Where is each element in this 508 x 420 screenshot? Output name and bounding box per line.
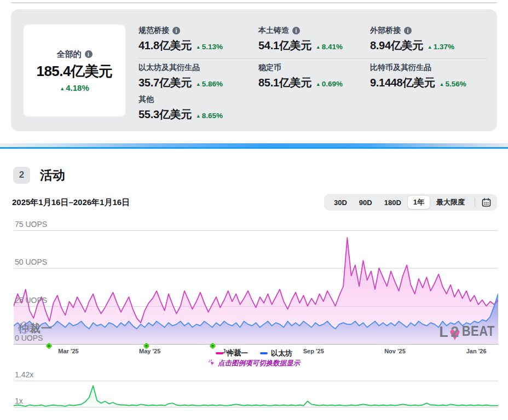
stat-label: 规范桥接 [138, 26, 169, 36]
range-option-max[interactable]: 最大限度 [431, 196, 470, 209]
section-divider [0, 143, 508, 149]
legend-hint: 点击图例项可切换数据显示 [0, 359, 508, 368]
total-value: 185.4亿美元 [36, 62, 112, 81]
stat-change: 8.65% [196, 112, 223, 120]
y-axis-label: 1x [15, 396, 23, 407]
stat-canonical: 规范桥接 41.8亿美元5.13% [138, 25, 258, 54]
info-icon[interactable] [292, 27, 300, 34]
stat-native: 本土铸造 54.1亿美元8.41% [258, 25, 370, 54]
stat-external: 外部桥接 8.94亿美元1.37% [370, 25, 487, 54]
stat-value: 8.94亿美元 [370, 38, 423, 53]
info-icon[interactable] [172, 27, 180, 34]
stat-change: 1.37% [428, 43, 454, 51]
stat-label: 以太坊及其衍生品 [138, 63, 200, 73]
chart-canvas[interactable] [14, 217, 498, 344]
stat-value: 55.3亿美元 [138, 107, 192, 122]
range-option-90d[interactable]: 90D [354, 197, 378, 208]
page: 全部的 185.4亿美元 4.18% 规范桥接 41.8亿美元5.13% 本土铸… [0, 2, 508, 420]
stat-label: 比特币及其衍生品 [370, 63, 431, 73]
section-title: 活动 [40, 167, 65, 184]
range-separator [475, 198, 475, 207]
y-axis-label: 75 UOPS [15, 220, 47, 230]
range-option-180d[interactable]: 180D [379, 197, 407, 208]
stat-change: 5.86% [196, 80, 223, 88]
x-axis-label: May '25 [139, 348, 160, 354]
stat-value: 41.8亿美元 [138, 38, 192, 53]
info-icon[interactable] [85, 50, 93, 58]
legend-swatch-blue [260, 352, 268, 354]
calendar-icon[interactable] [480, 196, 493, 209]
total-label: 全部的 [57, 49, 82, 60]
x-axis-label: Nov '25 [384, 348, 406, 354]
y-axis-label: 0 UOPS [15, 334, 43, 344]
section-number-badge: 2 [13, 167, 30, 184]
range-option-30d[interactable]: 30D [328, 197, 353, 208]
time-range-selector: 30D 90D 180D 1年 最大限度 [324, 194, 497, 211]
stat-change: 0.69% [316, 80, 343, 88]
x-axis-label: Mar '25 [58, 348, 78, 354]
info-icon[interactable] [404, 27, 412, 34]
stat-value: 35.7亿美元 [138, 75, 192, 90]
arbitrum-logo-icon [18, 321, 30, 334]
stat-change: 5.13% [196, 43, 223, 51]
stat-change: 5.56% [439, 80, 466, 88]
cursor-click-icon [208, 359, 216, 367]
y-axis-label: 25 UOPS [15, 296, 47, 306]
stat-ether: 以太坊及其衍生品 35.7亿美元5.86% [138, 62, 258, 94]
activity-chart[interactable]: 仲裁一 L2BEAT 75 UOPS50 UOPS25 UOPS0 UOPSMa… [14, 217, 498, 345]
y-axis-label: 50 UOPS [15, 258, 47, 268]
heart-icon: 2 [448, 324, 462, 341]
total-value-box: 全部的 185.4亿美元 4.18% [23, 24, 126, 117]
stat-label: 其他 [138, 95, 154, 104]
total-change: 4.18% [60, 83, 89, 92]
x-axis-label: Jul '25 [222, 348, 241, 354]
stat-value: 54.1亿美元 [258, 38, 311, 53]
l2beat-logo: L2BEAT [439, 324, 495, 341]
stat-value: 85.1亿美元 [258, 75, 311, 90]
range-option-1y[interactable]: 1年 [408, 196, 430, 209]
value-summary-card: 全部的 185.4亿美元 4.18% 规范桥接 41.8亿美元5.13% 本土铸… [11, 9, 497, 131]
stat-value: 9.1448亿美元 [370, 75, 435, 90]
stat-bitcoin: 比特币及其衍生品 9.1448亿美元5.56% [370, 62, 487, 94]
stat-change: 8.41% [316, 43, 343, 51]
x-axis-label: Jan '26 [466, 348, 487, 354]
stat-label: 本土铸造 [258, 26, 289, 36]
date-range-label: 2025年1月16日–2026年1月16日 [11, 197, 130, 208]
stats-grid: 规范桥接 41.8亿美元5.13% 本土铸造 54.1亿美元8.41% 外部桥接… [138, 25, 487, 124]
y-axis-label: 1.42x [15, 370, 33, 381]
x-axis-label: Sep '25 [303, 348, 324, 354]
stat-label: 外部桥接 [370, 26, 401, 36]
legend-label: 以太坊 [271, 348, 292, 358]
ratio-chart[interactable]: 1.42x1x [14, 371, 498, 408]
stats-divider [138, 58, 487, 59]
stat-stablecoin: 稳定币 85.1亿美元0.69% [258, 62, 370, 94]
stat-label: 稳定币 [258, 63, 281, 73]
chart-canvas[interactable] [14, 371, 498, 408]
legend-hint-text: 点击图例项可切换数据显示 [218, 359, 300, 368]
stat-other: 其他 55.3亿美元8.65% [138, 94, 258, 124]
top-divider [11, 2, 497, 3]
legend-item-ethereum[interactable]: 以太坊 [260, 348, 292, 358]
